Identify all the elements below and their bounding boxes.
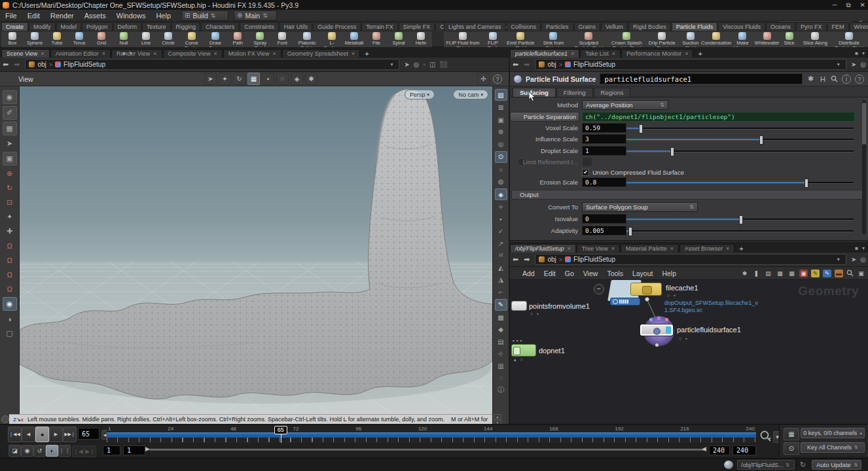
shelf-tab[interactable]: Wires bbox=[850, 22, 868, 31]
shelf-tab[interactable]: Rigid Bodies bbox=[628, 22, 671, 31]
audio-icon[interactable] bbox=[21, 445, 33, 457]
view-mask-icon[interactable] bbox=[496, 127, 507, 137]
shelf-tab[interactable]: FEM bbox=[827, 22, 849, 31]
param-scrollbar[interactable] bbox=[862, 100, 866, 234]
pane-tab[interactable]: Performance Monitor × bbox=[621, 49, 693, 58]
path-dropdown-icon[interactable]: ▾ bbox=[837, 61, 840, 67]
voxel-scale-field[interactable]: 0.59 bbox=[582, 123, 626, 133]
shelf-tool[interactable]: Null bbox=[113, 31, 135, 46]
shelf-tool[interactable]: Box bbox=[1, 31, 24, 46]
snap-point-icon[interactable] bbox=[3, 239, 16, 252]
shelf-tab[interactable]: Pyro FX bbox=[796, 22, 827, 31]
node-dopnet[interactable] bbox=[511, 344, 536, 357]
node-label[interactable]: dopnet1 bbox=[539, 347, 565, 355]
network-menu-item[interactable]: Go bbox=[560, 270, 579, 277]
pin-icon[interactable]: ➤ bbox=[402, 61, 411, 68]
handles-tool-icon[interactable] bbox=[3, 225, 16, 237]
playback-start-field[interactable]: 1 bbox=[123, 445, 145, 455]
view-tool-icon[interactable] bbox=[3, 297, 17, 311]
display-options-icon[interactable] bbox=[305, 73, 317, 85]
sticky-note-icon[interactable] bbox=[811, 270, 820, 277]
close-tab-icon[interactable]: × bbox=[571, 50, 574, 57]
pane-maximize-icon[interactable]: ■ bbox=[122, 50, 126, 56]
pane-menu-icon[interactable]: ▾ bbox=[862, 245, 865, 251]
close-tab-icon[interactable]: × bbox=[670, 245, 674, 252]
range-slider[interactable] bbox=[149, 449, 706, 451]
close-tab-icon[interactable]: × bbox=[685, 50, 688, 57]
prim-normals-icon[interactable] bbox=[496, 262, 507, 273]
droplet-scale-slider[interactable] bbox=[626, 147, 854, 155]
houdini-badge-icon[interactable]: H bbox=[819, 75, 827, 83]
shelf-tab[interactable]: Deform bbox=[113, 22, 142, 31]
selection-box-icon[interactable] bbox=[262, 73, 274, 85]
scoped-channels-icon[interactable]: ▦ bbox=[784, 428, 799, 440]
snap-multi-icon[interactable] bbox=[3, 283, 16, 295]
select-loop-icon[interactable] bbox=[233, 73, 245, 85]
jump-to-start-button[interactable] bbox=[8, 427, 22, 442]
onion-skin-icon[interactable] bbox=[496, 336, 507, 347]
close-tab-icon[interactable]: × bbox=[612, 50, 615, 57]
shelf-tab[interactable]: Guide Process bbox=[313, 22, 361, 31]
snap-grid-magnet-icon[interactable] bbox=[3, 268, 16, 281]
prim-numbers-icon[interactable] bbox=[496, 275, 507, 285]
shelf-tab[interactable]: Model bbox=[56, 22, 82, 31]
collapse-badge[interactable]: − bbox=[594, 284, 604, 294]
shelf-tab[interactable]: Texture bbox=[142, 22, 171, 31]
rotate-tool-icon[interactable] bbox=[3, 182, 16, 194]
shelf-tool[interactable]: Font bbox=[271, 31, 293, 46]
viewport-help-icon[interactable]: ? bbox=[493, 75, 502, 84]
network-menu-item[interactable]: View bbox=[579, 270, 603, 277]
convert-to-dropdown[interactable]: Surface Polygon Soup ⇅ bbox=[582, 202, 698, 212]
maximize-viewport-icon[interactable]: ⬛ bbox=[438, 61, 450, 68]
flag-icon[interactable] bbox=[752, 270, 761, 277]
node-label[interactable]: filecache1 bbox=[666, 284, 698, 292]
shelf-tool[interactable]: Slice bbox=[778, 31, 801, 46]
scale-tool-icon[interactable] bbox=[3, 196, 16, 209]
update-mode-dropdown[interactable]: Auto Update ⇅ bbox=[812, 460, 861, 470]
shelf-tab[interactable]: Particles bbox=[541, 22, 573, 31]
keys-summary-field[interactable]: 0 keys, 0/0 channels ▴ bbox=[801, 428, 865, 438]
info-icon[interactable]: i bbox=[842, 75, 851, 84]
hint-scroll-buttons[interactable]: ▲▼ bbox=[494, 414, 501, 424]
shelf-tool[interactable]: Line bbox=[135, 31, 157, 46]
lights-icon[interactable] bbox=[496, 164, 507, 175]
particle-separation-expression-field[interactable]: ch("../dopnet1/flipobject1/particlesep") bbox=[582, 112, 855, 122]
method-dropdown[interactable]: Average Position ⇅ bbox=[582, 100, 668, 110]
pane-tab[interactable]: Animation Editor × bbox=[50, 49, 111, 58]
close-tab-icon[interactable]: × bbox=[153, 50, 156, 57]
back-arrow-icon[interactable]: ⬅ bbox=[510, 255, 521, 264]
close-tab-icon[interactable]: × bbox=[611, 245, 615, 252]
view-menu[interactable]: View bbox=[18, 75, 33, 83]
point-numbers-icon[interactable] bbox=[496, 226, 507, 237]
pane-tab[interactable]: particlefluidsurface1 × bbox=[510, 49, 579, 58]
close-tab-icon[interactable]: × bbox=[726, 245, 729, 252]
search-icon[interactable] bbox=[846, 270, 854, 277]
pose-tool-icon[interactable] bbox=[3, 211, 16, 223]
loop-mode-icon[interactable] bbox=[33, 445, 46, 457]
error-badge-icon[interactable] bbox=[799, 270, 808, 277]
network-box-icon[interactable] bbox=[823, 270, 831, 277]
shelf-tab[interactable]: Rigging bbox=[172, 22, 201, 31]
shelf-tool[interactable]: Condensation bbox=[703, 31, 729, 46]
context-path-field[interactable]: /obj/FlipFluidS... ⇅ bbox=[737, 460, 795, 470]
desktop-selector[interactable]: ⊞ Build ⇅ bbox=[181, 10, 228, 21]
shelf-tab[interactable]: Characters bbox=[201, 22, 239, 31]
grid-toggle-icon[interactable] bbox=[495, 299, 507, 311]
erosion-scale-slider[interactable] bbox=[626, 179, 854, 186]
shelf-tab[interactable]: Hair Utils bbox=[280, 22, 313, 31]
pane-tab[interactable]: /obj/FlipFluidSetup × bbox=[510, 244, 576, 253]
menu-item[interactable]: Assets bbox=[79, 12, 111, 20]
next-key-button[interactable] bbox=[84, 445, 96, 457]
uv-overlay-icon[interactable] bbox=[496, 251, 507, 261]
pane-tab[interactable]: Motion FX View × bbox=[223, 49, 281, 58]
secure-selection-icon[interactable] bbox=[3, 122, 17, 135]
thumbnail-view-icon[interactable] bbox=[787, 270, 796, 277]
voxel-scale-slider[interactable] bbox=[626, 124, 854, 132]
menu-item[interactable]: Help bbox=[151, 12, 176, 20]
shelf-tab[interactable]: Collisions bbox=[507, 22, 541, 31]
node-particlefluidsurface[interactable] bbox=[640, 324, 673, 336]
point-markers-icon[interactable] bbox=[496, 214, 507, 224]
output-section-header[interactable]: Output bbox=[511, 190, 865, 200]
camera-menu-button[interactable]: No cam ▾ bbox=[453, 90, 488, 99]
pane-tab[interactable]: Take List × bbox=[580, 49, 621, 58]
